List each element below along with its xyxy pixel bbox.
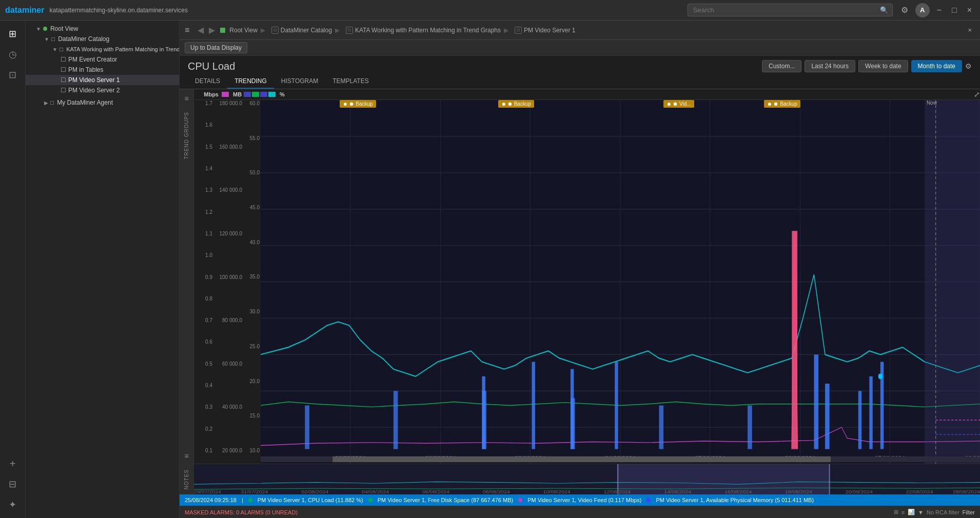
- tab-trending[interactable]: TRENDING: [227, 74, 274, 89]
- filter-icon: ▼: [918, 509, 924, 515]
- y-pct-10: 10.0: [250, 448, 260, 453]
- green-square-icon: [220, 28, 225, 33]
- hamburger-button[interactable]: ≡: [185, 26, 189, 35]
- up-to-data-button[interactable]: Up to Data Display: [185, 42, 247, 53]
- view-icon-2[interactable]: ≡: [901, 509, 905, 515]
- marker-backup-1[interactable]: ⏺ Backup: [340, 100, 376, 108]
- status-item-4: PM Video Server 1, Available Physical Me…: [656, 497, 814, 503]
- status-dot-1: [248, 498, 252, 502]
- svg-rect-19: [394, 391, 398, 449]
- mini-timeline-svg: 29/07/2024 31/07/2024 02/08/2024 04/08/2…: [194, 464, 980, 494]
- nav-icon-catalog: □: [51, 35, 55, 43]
- breadcrumb-pm-video[interactable]: □ PM Video Server 1: [515, 27, 576, 34]
- filter-label[interactable]: Filter: [963, 509, 975, 515]
- app-logo: dataminer: [5, 6, 44, 15]
- vert-tab-trend-groups[interactable]: TREND GROUPS: [182, 107, 191, 165]
- axis-label-pct: %: [280, 91, 285, 97]
- settings-button[interactable]: ⚙: [898, 3, 911, 17]
- breadcrumb-kata[interactable]: □ KATA Working with Pattern Matching in …: [346, 27, 508, 34]
- vert-sidebar-icon-2[interactable]: ≡: [182, 449, 190, 463]
- search-bar[interactable]: 🔍: [688, 4, 893, 16]
- time-btn-month[interactable]: Month to date: [911, 60, 962, 72]
- sidebar-icon-community[interactable]: ✦: [4, 495, 22, 514]
- main-layout: ⊞ ◷ ⊡ + ⊟ ✦ ▼ Root View ▼ □ DataMiner Ca…: [0, 21, 980, 518]
- svg-text:28/08/2024: 28/08/2024: [953, 489, 980, 494]
- nav-item-my-agent[interactable]: ▶ □ My DataMiner Agent: [26, 97, 179, 108]
- color-boxes-mb: [244, 92, 276, 97]
- nav-label-pm-in-tables: PM in Tables: [68, 66, 103, 73]
- breadcrumb-label-pm-video: PM Video Server 1: [524, 27, 576, 34]
- marker-backup-3[interactable]: ⏺ Backup: [764, 100, 800, 108]
- forward-button[interactable]: ▶: [207, 24, 217, 36]
- time-btn-24h[interactable]: Last 24 hours: [805, 60, 855, 72]
- svg-rect-26: [532, 362, 535, 449]
- back-button[interactable]: ◀: [195, 24, 206, 36]
- svg-rect-23: [748, 406, 752, 449]
- close-panel-button[interactable]: ×: [965, 25, 975, 35]
- search-input[interactable]: [693, 6, 877, 14]
- sidebar-icon-surveyor[interactable]: ⊞: [4, 25, 22, 43]
- marker-icon-1: ⏺: [349, 101, 354, 107]
- nav-item-pm-video-server-1[interactable]: ☐ PM Video Server 1: [26, 75, 179, 85]
- sidebar-icon-workspace[interactable]: ⊟: [4, 475, 22, 493]
- y-mbps-12: 1.2: [205, 210, 212, 215]
- time-buttons: Custom... Last 24 hours Week to date Mon…: [762, 60, 972, 72]
- sidebar-icon-activity[interactable]: ◷: [4, 45, 22, 64]
- nav-icon-kata: □: [60, 46, 63, 53]
- nav-item-pm-video-server-2[interactable]: ☐ PM Video Server 2: [26, 85, 179, 95]
- breadcrumb-expand-catalog[interactable]: ▶: [335, 27, 340, 34]
- y-mbps-14: 1.4: [205, 166, 212, 171]
- marker-icon-3: ⏺: [673, 101, 678, 107]
- tab-histogram[interactable]: HISTOGRAM: [274, 74, 325, 89]
- y-mbps-06: 0.6: [205, 340, 212, 345]
- breadcrumb-root-view[interactable]: Root View ▶: [220, 27, 265, 34]
- vert-tab-notes[interactable]: NOTES: [182, 464, 191, 494]
- svg-rect-31: [858, 391, 861, 449]
- maximize-button[interactable]: □: [949, 4, 960, 17]
- axis-label-mbps: Mbps: [198, 91, 219, 97]
- marker-video[interactable]: ⏺ Vid...: [663, 100, 694, 108]
- sidebar-icon-apps[interactable]: ⊡: [4, 66, 22, 84]
- marker-now: Now: [927, 100, 937, 106]
- status-sep: |: [242, 497, 243, 503]
- nav-item-pm-in-tables[interactable]: ☐ PM in Tables: [26, 65, 179, 75]
- nav-tree: ▼ Root View ▼ □ DataMiner Catalog ▼ □ KA…: [26, 21, 180, 518]
- view-icon-1[interactable]: ⊞: [894, 509, 898, 515]
- nav-item-kata[interactable]: ▼ □ KATA Working with Pattern Matching i…: [26, 44, 179, 54]
- status-dot-2: [368, 498, 373, 502]
- nav-item-root-view[interactable]: ▼ Root View: [26, 24, 179, 34]
- nav-item-pm-event-creator[interactable]: ☐ PM Event Creator: [26, 54, 179, 65]
- view-icon-3[interactable]: 📊: [908, 509, 915, 515]
- graph-area: ⏺ Backup ⏺ Backup ⏺ Vid...: [261, 100, 980, 464]
- user-avatar[interactable]: A: [915, 3, 930, 17]
- svg-text:20/08/2024: 20/08/2024: [846, 489, 873, 494]
- mini-timeline[interactable]: 29/07/2024 31/07/2024 02/08/2024 04/08/2…: [194, 464, 980, 494]
- breadcrumb-expand-kata[interactable]: ▶: [504, 27, 508, 34]
- vertical-sidebar: ≡ TREND GROUPS ≡ NOTES: [180, 89, 194, 494]
- vert-sidebar-icon-1[interactable]: ≡: [182, 91, 190, 106]
- marker-backup-2[interactable]: ⏺ Backup: [498, 100, 534, 108]
- svg-text:02/08/2024: 02/08/2024: [301, 489, 329, 494]
- y-mb-160: 160 000.0: [220, 145, 243, 150]
- expand-chart-button[interactable]: ⤢: [974, 90, 980, 98]
- y-mbps-16: 1.6: [205, 123, 212, 128]
- search-icon: 🔍: [880, 6, 888, 14]
- chart-settings-button[interactable]: ⚙: [965, 62, 972, 70]
- svg-text:31/07/2024: 31/07/2024: [241, 489, 268, 494]
- close-button[interactable]: ×: [964, 4, 975, 17]
- minimize-button[interactable]: −: [934, 4, 945, 17]
- tab-templates[interactable]: TEMPLATES: [325, 74, 376, 89]
- y-axes-container: 1.7 1.6 1.5 1.4 1.3 1.2 1.1 1.0 0.9 0.: [194, 100, 261, 464]
- status-timestamp: 25/08/2024 09:25:18: [185, 497, 237, 503]
- breadcrumb-icon-catalog: □: [271, 27, 279, 34]
- time-btn-week[interactable]: Week to date: [858, 60, 908, 72]
- status-item-1: PM Video Server 1, CPU Load (11.882 %): [258, 497, 363, 503]
- sidebar-icon-add[interactable]: +: [4, 454, 22, 473]
- svg-text:10/08/2024: 10/08/2024: [543, 489, 571, 494]
- breadcrumb-catalog[interactable]: □ DataMiner Catalog ▶: [271, 27, 340, 34]
- breadcrumb-expand-root[interactable]: ▶: [261, 27, 265, 34]
- nav-item-catalog[interactable]: ▼ □ DataMiner Catalog: [26, 34, 179, 44]
- tab-details[interactable]: DETAILS: [188, 74, 227, 89]
- time-btn-custom[interactable]: Custom...: [762, 60, 801, 72]
- svg-rect-28: [615, 362, 618, 449]
